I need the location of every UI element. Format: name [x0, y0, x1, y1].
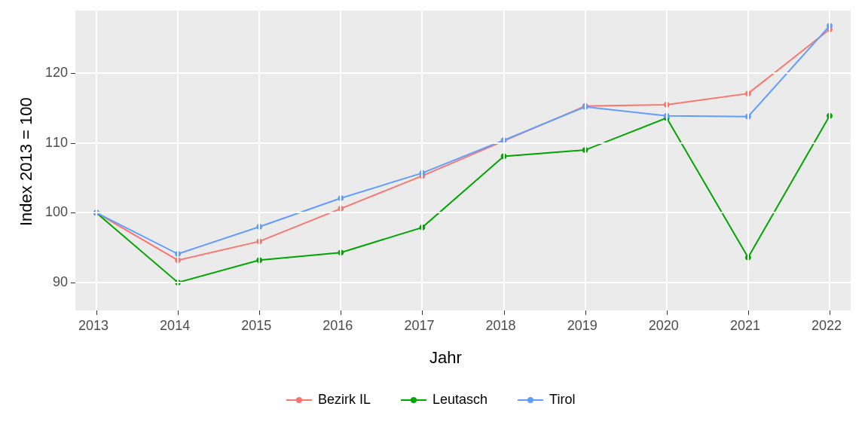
legend-dot-icon: [527, 397, 533, 403]
x-tick-label: 2019: [567, 318, 598, 334]
x-tick: [830, 310, 830, 315]
x-tick-label: 2016: [322, 318, 353, 334]
grid-line-y: [75, 72, 851, 74]
grid-line-x: [666, 11, 668, 310]
x-tick: [504, 310, 505, 315]
legend-label: Leutasch: [432, 392, 487, 408]
x-tick: [341, 310, 341, 315]
y-tick-label: 110: [30, 135, 68, 151]
series-line-leutasch: [96, 116, 830, 283]
x-tick: [667, 310, 668, 315]
y-tick: [71, 212, 75, 213]
y-tick-label: 120: [30, 65, 68, 81]
grid-line-x: [747, 11, 749, 310]
legend-item-bezirk-il: Bezirk IL: [286, 392, 371, 408]
x-axis-title: Jahr: [429, 348, 462, 368]
legend-swatch: [401, 399, 426, 401]
x-tick-label: 2022: [811, 318, 842, 334]
legend: Bezirk ILLeutaschTirol: [286, 392, 575, 408]
x-tick: [585, 310, 586, 315]
legend-label: Tirol: [549, 392, 575, 408]
legend-swatch: [286, 399, 312, 401]
grid-line-x: [829, 11, 830, 310]
x-tick: [422, 310, 423, 315]
x-tick-label: 2018: [486, 318, 516, 334]
grid-line-x: [258, 11, 260, 310]
grid-line-y: [75, 212, 851, 213]
grid-line-x: [503, 11, 505, 310]
x-tick: [96, 310, 97, 315]
series-line-bezirk-il: [96, 29, 830, 260]
x-tick-label: 2014: [160, 318, 190, 334]
y-tick: [71, 283, 75, 283]
plot-svg: [0, 0, 868, 434]
x-tick: [748, 310, 749, 315]
chart-container: Index 2013 = 100 Jahr Bezirk ILLeutaschT…: [0, 0, 868, 434]
x-tick-label: 2017: [404, 318, 434, 334]
legend-dot-icon: [411, 397, 417, 403]
grid-line-y: [75, 142, 851, 144]
x-tick-label: 2020: [649, 318, 679, 334]
grid-line-x: [340, 11, 341, 310]
y-tick-label: 90: [30, 274, 68, 290]
x-tick-label: 2015: [241, 318, 271, 334]
series-line-tirol: [96, 26, 830, 254]
grid-line-x: [585, 11, 586, 310]
legend-item-tirol: Tirol: [518, 392, 575, 408]
y-tick-label: 100: [30, 204, 68, 220]
legend-item-leutasch: Leutasch: [401, 392, 487, 408]
y-tick: [71, 73, 75, 74]
x-tick-label: 2013: [78, 318, 108, 334]
grid-line-x: [96, 11, 97, 310]
x-tick: [178, 310, 179, 315]
legend-swatch: [518, 399, 543, 401]
y-tick: [71, 143, 75, 144]
x-tick: [259, 310, 260, 315]
x-tick-label: 2021: [730, 318, 760, 334]
grid-line-y: [75, 282, 851, 283]
grid-line-x: [421, 11, 423, 310]
legend-label: Bezirk IL: [318, 392, 371, 408]
grid-line-x: [177, 11, 179, 310]
legend-dot-icon: [296, 397, 302, 403]
